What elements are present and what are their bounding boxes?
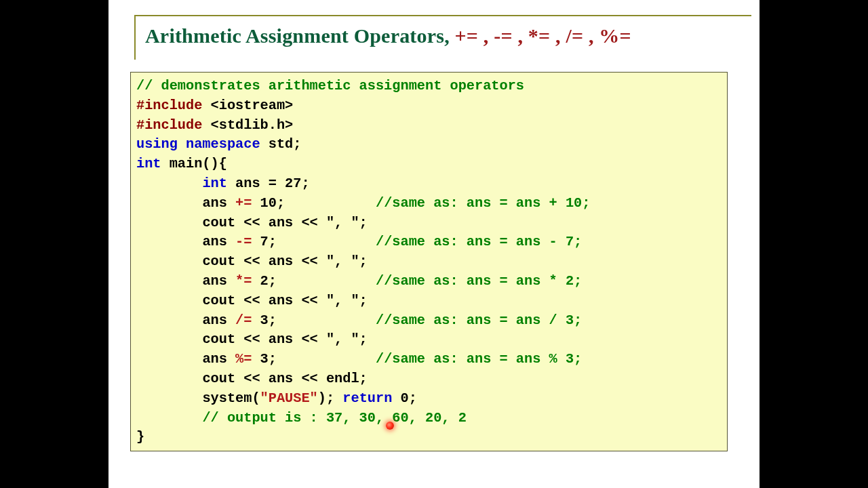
op-times-eq: *=	[235, 273, 252, 289]
code-l13-a: ans	[202, 312, 235, 328]
code-l09-b: 7;	[252, 234, 376, 249]
code-l14: cout << ans << ", ";	[202, 331, 367, 347]
code-include-2a: #include	[136, 117, 211, 133]
code-block: // demonstrates arithmetic assignment op…	[130, 72, 728, 451]
op-div-eq: /=	[235, 312, 252, 328]
code-namespace-kw: namespace	[186, 136, 269, 152]
code-include-2b: <stdlib.h>	[211, 117, 294, 133]
op-plus-eq: +=	[235, 195, 252, 211]
code-l13-b: 3;	[252, 312, 376, 328]
code-std: std;	[269, 136, 302, 152]
code-l15-b: 3;	[252, 351, 376, 367]
code-l09-a: ans	[202, 234, 235, 249]
code-l11-b: 2;	[252, 273, 376, 289]
code-int-kw: int	[136, 156, 170, 171]
code-return-kw: return	[342, 390, 400, 406]
op-mod-eq: %=	[235, 351, 252, 367]
code-l17-c: 0;	[401, 390, 417, 406]
code-include-1b: <iostream>	[211, 98, 294, 113]
code-l11-cmt: //same as: ans = ans * 2;	[376, 273, 582, 289]
code-l17-str: "PAUSE"	[260, 390, 318, 406]
code-l10: cout << ans << ", ";	[202, 253, 367, 269]
slide-title: Arithmetic Assignment Operators, += , -=…	[145, 24, 747, 47]
code-l13-cmt: //same as: ans = ans / 3;	[376, 312, 582, 328]
code-int-kw-2: int	[202, 176, 235, 191]
code-main: main(){	[170, 156, 227, 171]
title-main: Arithmetic Assignment Operators,	[145, 24, 455, 47]
code-l16: cout << ans << endl;	[202, 371, 367, 386]
code-l17-b: );	[318, 390, 343, 406]
code-decl: ans = 27;	[235, 176, 310, 191]
code-close-brace: }	[136, 429, 144, 445]
code-include-1a: #include	[136, 98, 211, 113]
slide: Arithmetic Assignment Operators, += , -=…	[108, 0, 760, 488]
op-minus-eq: -=	[235, 234, 252, 249]
code-l07-cmt: //same as: ans = ans + 10;	[376, 195, 590, 211]
code-l17-a: system(	[202, 390, 260, 406]
code-l09-cmt: //same as: ans = ans - 7;	[376, 234, 582, 249]
code-l15-a: ans	[202, 351, 235, 367]
title-box: Arithmetic Assignment Operators, += , -=…	[134, 15, 751, 60]
code-l11-a: ans	[202, 273, 235, 289]
code-l15-cmt: //same as: ans = ans % 3;	[376, 351, 582, 367]
code-l08: cout << ans << ", ";	[202, 215, 367, 230]
code-line-1: // demonstrates arithmetic assignment op…	[136, 78, 524, 94]
code-l12: cout << ans << ", ";	[202, 293, 367, 308]
code-l07-b: 10;	[252, 195, 376, 211]
code-l07-a: ans	[202, 195, 235, 211]
title-operators: += , -= , *= , /= , %=	[455, 24, 631, 47]
laser-pointer-icon	[386, 422, 394, 430]
code-using-kw: using	[136, 136, 186, 152]
code-output-comment: // output is : 37, 30, 60, 20, 2	[202, 410, 466, 426]
